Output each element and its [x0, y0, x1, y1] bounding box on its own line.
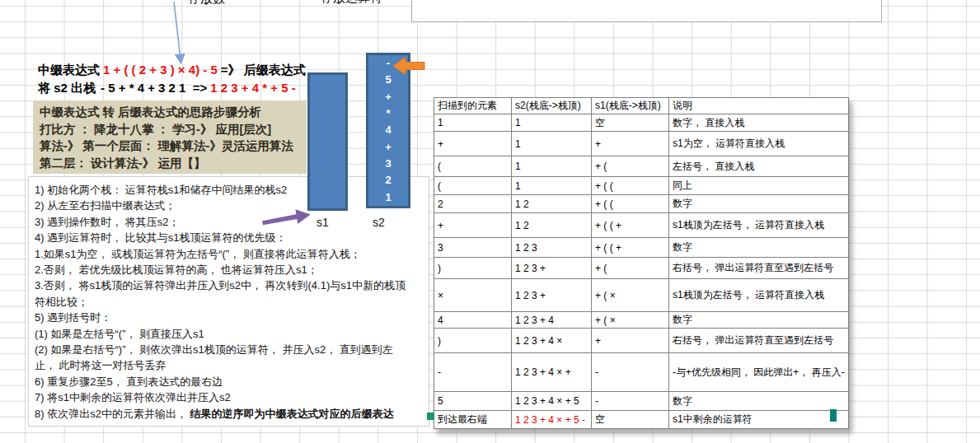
algorithm-steps-box[interactable]: 1) 初始化两个栈： 运算符栈s1和储存中间结果的栈s22) 从左至右扫描中缀表… [28, 176, 429, 427]
table-cell-s1: + ( × [592, 279, 669, 312]
step-line: 止， 此时将这一对括号丢弃 [35, 357, 429, 373]
table-row: 21 2+ ( (数字 [434, 195, 849, 213]
callout-line: 算法-》 第一个层面： 理解算法-》灵活运用算法 [40, 138, 307, 155]
callout-line: 中缀表达式 转 后缀表达式的思路步骤分析 [40, 104, 307, 121]
table-cell-s2: 1 2 3 + [512, 279, 592, 312]
table-header-row: 扫描到的元素s2(栈底->栈顶)s1(栈底->栈顶)说明 [434, 98, 849, 114]
table-row: 31 2 3+ ( ( +数字 [434, 238, 849, 258]
stack-value: + [385, 91, 392, 103]
step-line: 2.否则， 若优先级比栈顶运算符的高， 也将运算符压入s1； [35, 262, 429, 277]
table-row: 11空数字， 直接入栈 [434, 114, 849, 132]
step-line: 8) 依次弹出s2中的元素并输出， 结果的逆序即为中缀表达式对应的后缀表达 [35, 406, 429, 422]
stack-s2-label: s2 [373, 216, 385, 229]
table-cell-scan: 到达最右端 [434, 411, 512, 429]
table-row: 到达最右端1 2 3 + 4 × + 5 -空s1中剩余的运算符 [434, 411, 849, 429]
empty-textbox[interactable] [411, 0, 882, 22]
purple-arrow[interactable] [260, 208, 313, 229]
table-header-cell: 说明 [669, 98, 849, 114]
step-line: 1.如果s1为空， 或栈顶运算符为左括号“(”， 则直接将此运算符入栈； [35, 246, 429, 262]
table-cell-s2: 1 [512, 114, 592, 132]
table-cell-s2: 1 2 3 + 4 × [512, 329, 592, 353]
trace-table[interactable]: 扫描到的元素s2(栈底->栈顶)s1(栈底->栈顶)说明11空数字， 直接入栈+… [434, 97, 849, 429]
step-line: 6) 重复步骤2至5， 直到表达式的最右边 [35, 374, 429, 389]
table-row: 51 2 3 + 4 × + 5-数字 [434, 392, 849, 411]
title-infix-expression: 1 + ( ( 2 + 3 ) × 4) - 5 [103, 63, 218, 77]
table-cell-scan: ( [434, 156, 512, 177]
table-cell-scan: ) [434, 329, 512, 353]
table-header-cell: s1(栈底->栈顶) [592, 98, 669, 114]
table-row: +1+s1为空， 运算符直接入栈 [434, 132, 849, 156]
selection-handle-right[interactable] [830, 409, 837, 422]
analysis-callout-box[interactable]: 中缀表达式 转 后缀表达式的思路步骤分析打比方 ： 降龙十八掌 ： 学习-》 应… [33, 100, 307, 174]
table-row: +1 2+ ( ( +s1栈顶为左括号， 运算符直接入栈 [434, 213, 849, 238]
stack-value: 1 [385, 192, 391, 203]
table-cell-s1: 空 [592, 411, 669, 429]
title-postfix-label: =》 后缀表达式 [221, 63, 306, 77]
selection-handle-left[interactable] [427, 413, 434, 420]
stack-s1-shape[interactable] [307, 72, 348, 211]
table-cell-s1: - [592, 353, 669, 392]
table-cell-scan: 3 [434, 238, 512, 258]
table-cell-s1: + ( [592, 156, 669, 177]
table-cell-s1: + ( × [592, 312, 669, 329]
postfix-result-red: 1 2 3 + 4 * + 5 - [210, 81, 295, 95]
table-cell-s2: 1 2 [512, 195, 592, 213]
table-cell-note: 左括号， 直接入栈 [669, 156, 849, 177]
table-cell-note: 数字 [669, 312, 849, 329]
table-cell-s1: + ( ( [592, 177, 669, 195]
title-line-infix: 中缀表达式1 + ( ( 2 + 3 ) × 4) - 5=》 后缀表达式 [38, 61, 306, 79]
table-cell-scan: 1 [434, 114, 512, 132]
table-cell-scan: 2 [434, 195, 512, 213]
table-cell-note: s1栈顶为左括号， 运算符直接入栈 [669, 213, 849, 238]
table-cell-s2: 1 2 3 + [512, 258, 592, 279]
stack-value: 2 [385, 175, 391, 186]
table-cell-scan: 5 [434, 392, 512, 411]
stack-value: - [387, 58, 390, 69]
table-cell-scan: × [434, 279, 512, 312]
table-cell-note: 数字 [669, 392, 849, 411]
table-row: ×1 2 3 ++ ( ×s1栈顶为左括号， 运算符直接入栈 [434, 279, 849, 312]
table-cell-s1: + ( ( [592, 195, 669, 213]
title-block[interactable]: 中缀表达式1 + ( ( 2 + 3 ) × 4) - 5=》 后缀表达式 将 … [38, 61, 306, 97]
top-label-store-operators: 存放运算符 [321, 0, 382, 6]
step-line: (2) 如果是右括号“)”， 则依次弹出s1栈顶的运算符， 并压入s2， 直到遇… [35, 342, 429, 357]
step-line: 7) 将s1中剩余的运算符依次弹出并压入s2 [35, 389, 429, 405]
table-cell-note: 同上 [669, 177, 849, 195]
table-cell-s1: - [592, 392, 669, 411]
table-cell-note: 数字 [669, 238, 849, 258]
table-row: )1 2 3 + 4 ×+右括号， 弹出运算符直至遇到左括号 [434, 329, 849, 353]
table-cell-s1: + ( ( + [592, 238, 669, 258]
table-row: (1+ ( (同上 [434, 177, 849, 195]
table-cell-s2: 1 2 [512, 213, 592, 238]
table-cell-scan: ( [434, 177, 512, 195]
table-cell-scan: + [434, 132, 512, 156]
step-line: 5) 遇到括号时： [35, 310, 429, 325]
step-line: 3) 遇到操作数时， 将其压s2； [35, 214, 429, 230]
table-cell-s2: 1 [512, 156, 592, 177]
table-cell-note: 数字， 直接入栈 [669, 114, 849, 132]
table-row: (1+ (左括号， 直接入栈 [434, 156, 849, 177]
title-infix-label: 中缀表达式 [38, 63, 100, 77]
table-cell-s1: + [592, 132, 669, 156]
table-cell-note: s1中剩余的运算符 [669, 411, 849, 429]
table-cell-note: s1为空， 运算符直接入栈 [669, 132, 849, 156]
table-cell-scan: - [434, 353, 512, 392]
stack-value: * [386, 108, 390, 119]
step-line: 3.否则， 将s1栈顶的运算符弹出并压入到s2中， 再次转到(4.1)与s1中新… [35, 277, 429, 293]
table-header-cell: 扫描到的元素 [434, 98, 512, 114]
table-cell-s1: 空 [592, 114, 669, 132]
table-cell-s2: 1 2 3 + 4 × + [512, 353, 592, 392]
orange-arrow[interactable] [392, 54, 426, 77]
table-cell-note: -与+优先级相同， 因此弹出+， 再压入- [669, 353, 849, 392]
table-cell-note: 右括号， 弹出运算符直至遇到左括号 [669, 329, 849, 353]
table-cell-note: 数字 [669, 195, 849, 213]
excel-sheet-canvas[interactable]: { "top_labels": { "left": "存放数", "right"… [0, 0, 980, 443]
table-cell-s1: + ( [592, 258, 669, 279]
step-line: (1) 如果是左括号“(”， 则直接压入s1 [35, 326, 429, 342]
callout-line: 第二层： 设计算法-》 运用【】 [40, 155, 307, 172]
callout-line: 打比方 ： 降龙十八掌 ： 学习-》 应用[层次] [40, 121, 307, 138]
blue-annotation-arrow[interactable] [167, 2, 189, 68]
table-cell-note: 右括号， 弹出运算符直至遇到左括号 [669, 258, 849, 279]
table-cell-scan: 4 [434, 312, 512, 329]
stack-value: + [385, 142, 392, 153]
